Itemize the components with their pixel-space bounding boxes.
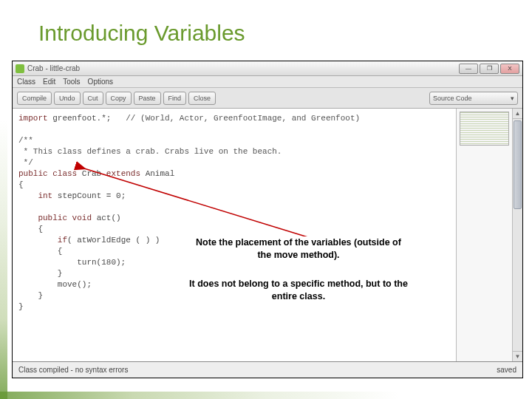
code-token: import [18,114,48,123]
code-line: { [18,180,24,189]
menu-tools[interactable]: Tools [63,78,80,86]
status-saved: saved [497,366,516,374]
editor-body: import greenfoot.*; // (World, Actor, Gr… [13,109,522,361]
window-title-bar: Crab - little-crab — ❐ X [13,61,522,76]
code-area[interactable]: import greenfoot.*; // (World, Actor, Gr… [13,109,456,361]
find-button[interactable]: Find [163,92,187,105]
window-controls: — ❐ X [459,64,519,74]
slide-title: Introducing Variables [38,21,245,46]
code-token: public class [18,169,77,178]
code-line: { [18,247,62,256]
code-line: } [18,291,43,300]
slide-accent-bottom [0,392,532,399]
scroll-up-icon[interactable]: ▲ [513,109,522,119]
window-title: Crab - little-crab [27,64,459,72]
paste-button[interactable]: Paste [134,92,161,105]
code-token: extends [106,169,140,178]
chevron-down-icon: ▾ [511,95,514,102]
compile-button[interactable]: Compile [17,92,52,105]
code-token: int [18,191,52,200]
code-line: } [18,269,62,278]
code-token: stepCount = 0; [52,191,126,200]
menu-options[interactable]: Options [88,78,113,86]
code-minimap[interactable] [456,109,512,361]
code-line: { [18,225,43,233]
app-icon [16,64,24,73]
code-line: /** [18,136,33,145]
copy-button[interactable]: Copy [106,92,132,105]
undo-button[interactable]: Undo [54,92,81,105]
close-editor-button[interactable]: Close [188,92,216,105]
code-token: greenfoot.*; [48,114,126,123]
view-select[interactable]: Source Code ▾ [429,92,518,105]
scroll-thumb[interactable] [514,120,522,209]
slide-accent-left [0,0,7,399]
editor-window: Crab - little-crab — ❐ X Class Edit Tool… [12,61,523,378]
annotation-note-2: It does not belong to a specific method,… [189,278,408,303]
menu-edit[interactable]: Edit [43,78,55,86]
code-token: Animal [140,169,174,178]
vertical-scrollbar[interactable]: ▲ ▼ [512,109,522,361]
code-line: turn(180); [18,258,126,267]
cut-button[interactable]: Cut [83,92,103,105]
code-token: public void [18,214,92,222]
menu-class[interactable]: Class [17,78,35,86]
code-line: * This class defines a crab. Crabs live … [18,147,282,156]
code-token: Crab [77,169,106,178]
scroll-down-icon[interactable]: ▼ [513,351,522,361]
code-line: */ [18,158,33,167]
status-bar: Class compiled - no syntax errors saved [13,361,522,378]
view-select-label: Source Code [433,95,472,102]
annotation-note-1: Note the placement of the variables (out… [189,236,408,262]
code-line: move(); [18,280,92,289]
minimap-viewport [460,112,509,146]
code-token: if [18,236,67,245]
code-token: // (World, Actor, GreenfootImage, and Gr… [126,114,360,123]
status-message: Class compiled - no syntax errors [18,366,128,374]
code-line: } [18,302,24,311]
minimize-button[interactable]: — [459,64,478,74]
toolbar: Compile Undo Cut Copy Paste Find Close S… [13,88,522,109]
menu-bar: Class Edit Tools Options [13,76,522,88]
maximize-button[interactable]: ❐ [480,64,499,74]
code-token: ( atWorldEdge ( ) ) [67,236,160,245]
close-button[interactable]: X [500,64,519,74]
code-token: act() [92,214,121,222]
